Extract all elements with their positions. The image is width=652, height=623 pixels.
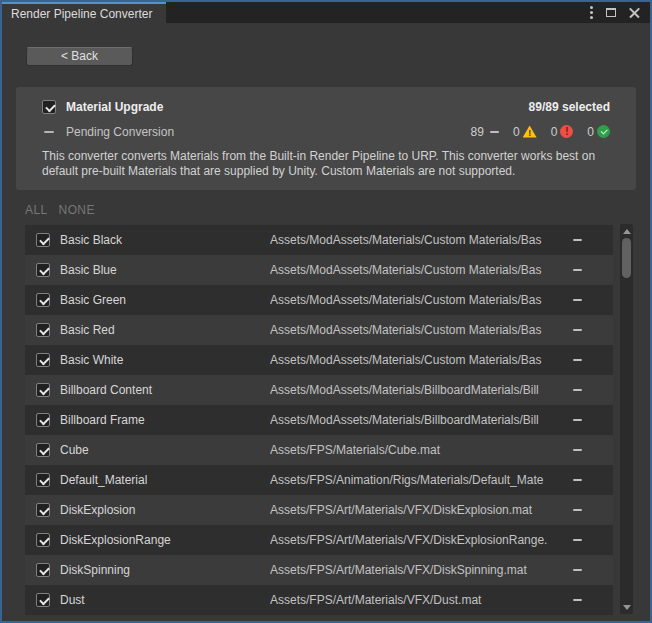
list-item[interactable]: DiskSpinning Assets/FPS/Art/Materials/VF…: [25, 555, 613, 585]
success-count: 0: [587, 125, 594, 139]
material-path: Assets/ModAssets/Materials/BillboardMate…: [270, 413, 573, 427]
material-name: Dust: [60, 593, 270, 607]
material-name: Billboard Content: [60, 383, 270, 397]
scroll-up-icon[interactable]: [621, 225, 632, 237]
error-count: 0: [551, 125, 558, 139]
pending-conversion-row: Pending Conversion 89 0 0 0: [42, 121, 610, 142]
list-item[interactable]: Basic Green Assets/ModAssets/Materials/C…: [25, 285, 613, 315]
material-path: Assets/FPS/Art/Materials/VFX/DiskExplosi…: [270, 503, 573, 517]
material-name: Default_Material: [60, 473, 270, 487]
material-path: Assets/FPS/Materials/Cube.mat: [270, 443, 573, 457]
row-checkbox[interactable]: [36, 233, 50, 247]
material-name: DiskExplosionRange: [60, 533, 270, 547]
material-path: Assets/FPS/Art/Materials/VFX/DiskSpinnin…: [270, 563, 573, 577]
list-item[interactable]: Basic Black Assets/ModAssets/Materials/C…: [25, 225, 613, 255]
pending-count: 89: [471, 125, 484, 139]
window-controls: [590, 2, 650, 23]
pending-dash-icon: [44, 131, 54, 133]
row-checkbox[interactable]: [36, 473, 50, 487]
material-path: Assets/ModAssets/Materials/BillboardMate…: [270, 383, 573, 397]
material-name: Basic Green: [60, 293, 270, 307]
list-item[interactable]: Billboard Content Assets/ModAssets/Mater…: [25, 375, 613, 405]
material-name: Cube: [60, 443, 270, 457]
converter-description: This converter converts Materials from t…: [42, 149, 610, 179]
list-item[interactable]: Basic Red Assets/ModAssets/Materials/Cus…: [25, 315, 613, 345]
row-status-dash: [573, 269, 613, 271]
row-status-dash: [573, 599, 613, 601]
error-icon: [560, 125, 573, 138]
row-checkbox[interactable]: [36, 353, 50, 367]
material-name: DiskSpinning: [60, 563, 270, 577]
row-checkbox[interactable]: [36, 263, 50, 277]
selection-shortcuts: ALL NONE: [2, 190, 650, 222]
scrollbar[interactable]: [620, 224, 633, 614]
select-none-button[interactable]: NONE: [59, 203, 95, 217]
material-path: Assets/ModAssets/Materials/Custom Materi…: [270, 293, 573, 307]
row-checkbox[interactable]: [36, 563, 50, 577]
row-status-dash: [573, 479, 613, 481]
scrollbar-thumb[interactable]: [622, 238, 631, 278]
maximize-icon[interactable]: [606, 8, 616, 17]
material-name: Basic White: [60, 353, 270, 367]
row-status-dash: [573, 239, 613, 241]
dash-status-icon: [490, 131, 499, 133]
list-item[interactable]: Basic Blue Assets/ModAssets/Materials/Cu…: [25, 255, 613, 285]
row-checkbox[interactable]: [36, 383, 50, 397]
tab-render-pipeline-converter[interactable]: Render Pipeline Converter: [2, 2, 166, 23]
row-status-dash: [573, 299, 613, 301]
converter-title: Material Upgrade: [66, 100, 163, 114]
row-status-dash: [573, 539, 613, 541]
row-status-dash: [573, 419, 613, 421]
conversion-stats: 89 0 0 0: [471, 125, 610, 139]
material-path: Assets/FPS/Art/Materials/VFX/DiskExplosi…: [270, 533, 573, 547]
material-path: Assets/ModAssets/Materials/Custom Materi…: [270, 323, 573, 337]
list-item[interactable]: DiskExplosion Assets/FPS/Art/Materials/V…: [25, 495, 613, 525]
material-name: Basic Black: [60, 233, 270, 247]
close-icon[interactable]: [629, 7, 640, 18]
selected-count: 89/89 selected: [529, 100, 610, 114]
row-checkbox[interactable]: [36, 533, 50, 547]
back-button[interactable]: < Back: [26, 47, 133, 66]
converter-header-row: Material Upgrade 89/89 selected: [42, 96, 610, 117]
pending-label: Pending Conversion: [66, 125, 174, 139]
row-checkbox[interactable]: [36, 323, 50, 337]
list-item[interactable]: Basic White Assets/ModAssets/Materials/C…: [25, 345, 613, 375]
row-checkbox[interactable]: [36, 413, 50, 427]
kebab-menu-icon[interactable]: [590, 6, 593, 9]
warning-count: 0: [513, 125, 520, 139]
material-name: Basic Blue: [60, 263, 270, 277]
success-icon: [597, 125, 610, 138]
row-status-dash: [573, 389, 613, 391]
row-checkbox[interactable]: [36, 293, 50, 307]
render-pipeline-converter-window: Render Pipeline Converter < Back Materia…: [0, 0, 652, 623]
row-status-dash: [573, 359, 613, 361]
materials-list: Basic Black Assets/ModAssets/Materials/C…: [2, 222, 650, 621]
toolbar: < Back: [2, 23, 650, 66]
material-path: Assets/ModAssets/Materials/Custom Materi…: [270, 353, 573, 367]
row-status-dash: [573, 569, 613, 571]
list-item[interactable]: Default_Material Assets/FPS/Animation/Ri…: [25, 465, 613, 495]
row-status-dash: [573, 449, 613, 451]
titlebar: Render Pipeline Converter: [2, 2, 650, 23]
converter-helpbox: Material Upgrade 89/89 selected Pending …: [16, 87, 636, 190]
list-item[interactable]: Billboard Frame Assets/ModAssets/Materia…: [25, 405, 613, 435]
row-checkbox[interactable]: [36, 443, 50, 457]
row-checkbox[interactable]: [36, 503, 50, 517]
list-item[interactable]: DiskExplosionRange Assets/FPS/Art/Materi…: [25, 525, 613, 555]
material-path: Assets/ModAssets/Materials/Custom Materi…: [270, 233, 573, 247]
select-all-button[interactable]: ALL: [25, 203, 48, 217]
material-path: Assets/FPS/Art/Materials/VFX/Dust.mat: [270, 593, 573, 607]
converter-checkbox[interactable]: [42, 100, 56, 114]
list-item[interactable]: Dust Assets/FPS/Art/Materials/VFX/Dust.m…: [25, 585, 613, 615]
material-name: Basic Red: [60, 323, 270, 337]
row-status-dash: [573, 329, 613, 331]
row-checkbox[interactable]: [36, 593, 50, 607]
material-path: Assets/ModAssets/Materials/Custom Materi…: [270, 263, 573, 277]
material-name: DiskExplosion: [60, 503, 270, 517]
row-status-dash: [573, 509, 613, 511]
material-path: Assets/FPS/Animation/Rigs/Materials/Defa…: [270, 473, 573, 487]
window-title: Render Pipeline Converter: [11, 7, 152, 21]
material-name: Billboard Frame: [60, 413, 270, 427]
list-item[interactable]: Cube Assets/FPS/Materials/Cube.mat: [25, 435, 613, 465]
scroll-down-icon[interactable]: [621, 601, 632, 613]
